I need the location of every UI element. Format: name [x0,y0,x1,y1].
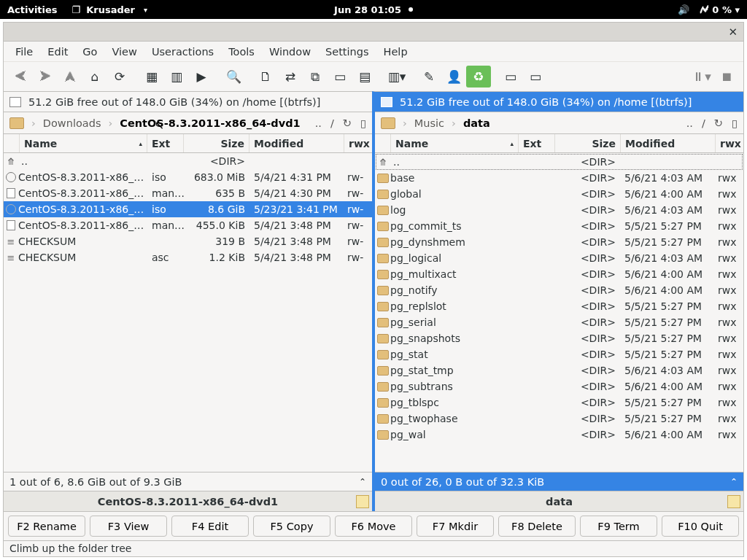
file-row[interactable]: pg_commit_ts<DIR>5/5/21 5:27 PMrwx [376,218,743,234]
f3-view[interactable]: F3 View [90,516,167,537]
file-row[interactable]: CHECKSUM319 B5/4/21 3:48 PMrw- [4,233,372,249]
select-icon[interactable]: ▦ [139,66,164,88]
history-icon[interactable]: ↻ [714,117,723,129]
file-row[interactable]: pg_notify<DIR>5/6/21 4:00 AMrwx [376,282,743,298]
window-titlebar[interactable]: ✕ [4,23,743,42]
right-tab[interactable]: data [375,491,743,511]
f5-copy[interactable]: F5 Copy [253,516,330,537]
menu-useractions[interactable]: Useractions [144,43,221,61]
f7-mkdir[interactable]: F7 Mkdir [417,516,494,537]
file-row[interactable]: pg_replslot<DIR>5/5/21 5:27 PMrwx [376,298,743,314]
slash-root[interactable]: / [702,117,705,129]
col-rwx[interactable]: rwx [344,134,372,152]
run-icon[interactable]: ▶ [189,66,214,88]
crumb-downloads[interactable]: Downloads [43,117,101,129]
equal-panels-icon[interactable]: ▭ [498,66,523,88]
menu-file[interactable]: File [8,43,40,61]
crumb-current[interactable]: CentOS-8.3.2011-x86_64-dvd1 [120,117,300,129]
nav-back-icon[interactable]: ⮜ [8,66,33,88]
file-row[interactable]: pg_twophase<DIR>5/5/21 5:27 PMrwx [376,411,743,427]
col-size[interactable]: Size [184,134,249,152]
f10-quit[interactable]: F10 Quit [662,516,739,537]
new-tab-icon[interactable] [356,495,369,508]
file-row[interactable]: CentOS-8.3.2011-x86_…iso8.6 GiB5/23/21 3… [4,201,372,217]
home-icon[interactable]: ⌂ [82,66,107,88]
menu-window[interactable]: Window [262,43,318,61]
col-name[interactable]: Name [20,134,147,152]
trash-icon[interactable]: ♻ [466,66,491,88]
col-rwx[interactable]: rwx [716,134,743,152]
file-row[interactable]: pg_dynshmem<DIR>5/5/21 5:27 PMrwx [376,234,743,250]
diskusage-icon[interactable]: ▤ [352,66,377,88]
file-row[interactable]: CentOS-8.3.2011-x86_…man…455.0 KiB5/4/21… [4,217,372,233]
menu-edit[interactable]: Edit [40,43,75,61]
right-disk-info[interactable]: 51.2 GiB free out of 148.0 GiB (34%) on … [375,92,743,112]
chevron-up-icon[interactable]: ⌃ [730,477,738,487]
slash-root[interactable]: / [330,117,334,129]
file-row[interactable]: CentOS-8.3.2011-x86_…man…635 B5/4/21 4:3… [4,185,372,201]
swap-panels-icon[interactable]: ▭ [523,66,548,88]
file-row[interactable]: pg_stat<DIR>5/5/21 5:27 PMrwx [376,346,743,362]
close-icon[interactable]: ✕ [728,26,738,39]
col-ext[interactable]: Ext [147,134,184,152]
left-disk-info[interactable]: 51.2 GiB free out of 148.0 GiB (34%) on … [4,92,372,112]
col-name[interactable]: Name [391,134,519,152]
col-modified[interactable]: Modified [249,134,344,152]
menu-tools[interactable]: Tools [221,43,262,61]
file-row[interactable]: pg_multixact<DIR>5/6/21 4:00 AMrwx [376,266,743,282]
updir-dots[interactable]: .. [315,117,322,129]
left-file-list[interactable]: ..<DIR>CentOS-8.3.2011-x86_…iso683.0 MiB… [4,153,372,472]
menu-view[interactable]: View [104,43,144,61]
bookmark-icon[interactable]: ▯ [732,117,738,129]
file-row[interactable]: pg_tblspc<DIR>5/5/21 5:27 PMrwx [376,394,743,411]
bookmark-icon[interactable]: ▯ [360,117,366,129]
pause-icon[interactable]: ⏸▾ [689,66,714,88]
right-file-list[interactable]: ..<DIR>base<DIR>5/6/21 4:03 AMrwxglobal<… [375,153,743,472]
terminal-icon[interactable]: ▭ [328,66,352,88]
menu-settings[interactable]: Settings [318,43,376,61]
file-row[interactable]: log<DIR>5/6/21 4:03 AMrwx [376,202,743,218]
file-row[interactable]: CentOS-8.3.2011-x86_…iso683.0 MiB5/4/21 … [4,169,372,185]
deselect-icon[interactable]: ▥ [164,66,189,88]
sync-dirs-icon[interactable]: ⇄ [278,66,303,88]
folder-icon[interactable] [9,117,24,129]
col-modified[interactable]: Modified [621,134,716,152]
updir-dots[interactable]: .. [686,117,693,129]
col-ext[interactable]: Ext [519,134,555,152]
battery-icon[interactable]: 🗲 0 % ▾ [700,4,740,15]
compare-icon[interactable]: ⧉ [303,66,328,88]
f6-move[interactable]: F6 Move [335,516,412,537]
nav-up-icon[interactable]: ⮝ [58,66,82,88]
history-icon[interactable]: ↻ [343,117,352,129]
menu-go[interactable]: Go [75,43,104,61]
f9-term[interactable]: F9 Term [580,516,657,537]
folder-icon[interactable] [381,117,395,129]
file-row[interactable]: pg_stat_tmp<DIR>5/6/21 4:03 AMrwx [376,362,743,378]
file-row[interactable]: global<DIR>5/6/21 4:00 AMrwx [376,186,743,202]
file-row[interactable]: pg_serial<DIR>5/5/21 5:27 PMrwx [376,314,743,330]
search-icon[interactable]: 🔍 [221,66,246,88]
f2-rename[interactable]: F2 Rename [8,516,85,537]
queue-icon[interactable]: ▥▾ [384,66,409,88]
nav-forward-icon[interactable]: ⮞ [33,66,58,88]
clock[interactable]: Jun 28 01:05 [334,4,401,15]
file-row[interactable]: CHECKSUMasc1.2 KiB5/4/21 3:48 PMrw- [4,249,372,265]
volume-icon[interactable]: 🔊 [678,4,689,15]
chevron-up-icon[interactable]: ⌃ [359,477,366,487]
file-row[interactable]: base<DIR>5/6/21 4:03 AMrwx [376,170,743,186]
root-icon[interactable]: ✎ [417,66,441,88]
file-row[interactable]: pg_snapshots<DIR>5/5/21 5:27 PMrwx [376,330,743,346]
parent-dir-row[interactable]: ..<DIR> [4,153,372,169]
left-tab[interactable]: CentOS-8.3.2011-x86_64-dvd1 [4,491,372,511]
crumb-music[interactable]: Music [414,117,444,129]
f4-edit[interactable]: F4 Edit [171,516,249,537]
file-row[interactable]: pg_wal<DIR>5/6/21 4:00 AMrwx [376,427,743,443]
parent-dir-row[interactable]: ..<DIR> [376,154,743,170]
crumb-current[interactable]: data [463,117,490,129]
user-icon[interactable]: 👤 [441,66,466,88]
file-row[interactable]: pg_logical<DIR>5/6/21 4:03 AMrwx [376,250,743,266]
file-row[interactable]: pg_subtrans<DIR>5/6/21 4:00 AMrwx [376,378,743,394]
col-size[interactable]: Size [555,134,621,152]
f8-delete[interactable]: F8 Delete [498,516,576,537]
stop-icon[interactable]: ⏹ [714,66,739,88]
